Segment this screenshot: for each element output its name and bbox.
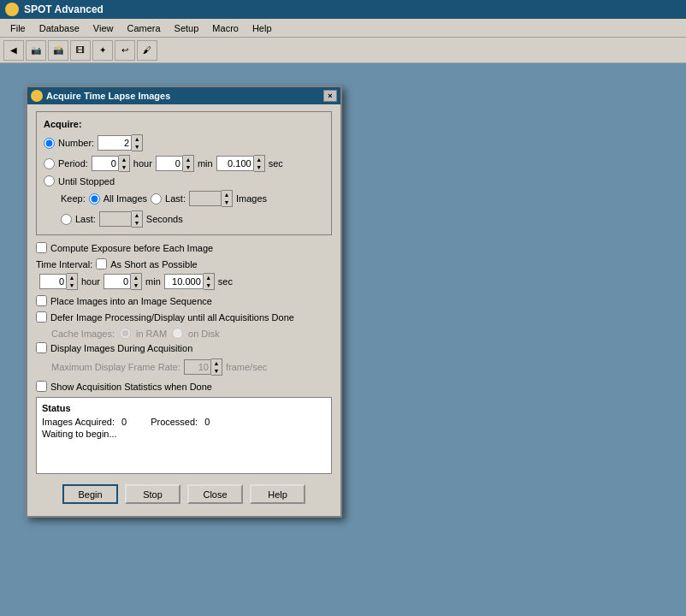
defer-label: Defer Image Processing/Display until all… xyxy=(50,312,294,323)
ti-sec-spin-up[interactable]: ▲ xyxy=(204,274,214,281)
as-short-checkbox[interactable] xyxy=(96,258,107,270)
help-button[interactable]: Help xyxy=(250,484,305,504)
all-images-radio[interactable] xyxy=(89,193,100,204)
display-images-checkbox[interactable] xyxy=(36,342,47,353)
button-row: Begin Stop Close Help xyxy=(36,481,332,509)
number-radio[interactable] xyxy=(44,138,55,149)
frame-rate-spin-down[interactable]: ▼ xyxy=(211,367,222,375)
toolbar-film-btn[interactable]: 🎞 xyxy=(70,40,91,61)
acquire-section: Acquire: Number: 2 ▲ ▼ Period: xyxy=(36,111,332,235)
period-min-input[interactable] xyxy=(156,156,183,171)
in-ram-label: in RAM xyxy=(136,329,167,339)
period-sec-spin-down[interactable]: ▼ xyxy=(254,163,264,171)
dialog-close-btn[interactable]: × xyxy=(323,90,337,102)
last-seconds-input[interactable] xyxy=(99,211,132,227)
last-seconds-spin-up[interactable]: ▲ xyxy=(132,211,142,219)
menu-macro[interactable]: Macro xyxy=(205,21,245,35)
waiting-text: Waiting to begin... xyxy=(42,429,326,439)
processed-label: Processed: xyxy=(151,417,198,427)
period-min-unit: min xyxy=(198,158,213,169)
toolbar-camera2-btn[interactable]: 📸 xyxy=(48,40,68,61)
status-title: Status xyxy=(42,403,326,413)
ti-min-spin-up[interactable]: ▲ xyxy=(131,274,141,281)
frame-rate-spin-up[interactable]: ▲ xyxy=(211,359,222,367)
last-images-spin-down[interactable]: ▼ xyxy=(222,198,232,206)
number-spin-up[interactable]: ▲ xyxy=(132,135,142,143)
compute-exposure-row: Compute Exposure before Each Image xyxy=(36,242,332,253)
until-stopped-label: Until Stopped xyxy=(58,176,115,187)
period-hr-spin-down[interactable]: ▼ xyxy=(119,163,129,171)
acquire-label: Acquire: xyxy=(44,119,324,129)
toolbar-paint-btn[interactable]: 🖌 xyxy=(137,40,157,61)
display-images-row: Display Images During Acquisition xyxy=(36,342,332,353)
period-hr-spin-up[interactable]: ▲ xyxy=(119,156,129,163)
show-stats-checkbox[interactable] xyxy=(36,381,47,392)
period-sec-input[interactable] xyxy=(216,156,254,171)
defer-processing-checkbox[interactable] xyxy=(36,311,47,323)
period-hr-input[interactable] xyxy=(92,156,119,171)
until-stopped-radio[interactable] xyxy=(44,175,55,187)
number-input[interactable]: 2 xyxy=(98,135,132,151)
in-ram-radio[interactable] xyxy=(120,328,131,339)
last-images-spin-up[interactable]: ▲ xyxy=(222,191,232,198)
period-min-spin-up[interactable]: ▲ xyxy=(183,156,193,163)
menu-file[interactable]: File xyxy=(3,21,33,35)
period-hr-spinner: ▲ ▼ xyxy=(92,155,130,172)
all-images-label: All Images xyxy=(103,193,147,204)
menu-help[interactable]: Help xyxy=(245,21,279,35)
toolbar-star-btn[interactable]: ✦ xyxy=(92,40,113,61)
ti-sec-spin-down[interactable]: ▼ xyxy=(204,281,214,289)
last-images-radio[interactable] xyxy=(151,193,162,204)
period-min-spinner: ▲ ▼ xyxy=(156,155,194,172)
ti-hr-unit: hour xyxy=(81,276,100,287)
ti-hr-spin-down[interactable]: ▼ xyxy=(67,281,77,289)
status-row: Images Acquired: 0 Processed: 0 xyxy=(42,417,326,427)
frame-rate-input[interactable] xyxy=(184,359,211,375)
seconds-label: Seconds xyxy=(146,214,183,224)
last-seconds-spin-down[interactable]: ▼ xyxy=(132,219,142,227)
period-min-spin-down[interactable]: ▼ xyxy=(183,163,193,171)
ti-sec-input[interactable] xyxy=(164,274,204,289)
stop-button[interactable]: Stop xyxy=(125,484,180,504)
last-seconds-radio[interactable] xyxy=(61,214,72,225)
period-radio[interactable] xyxy=(44,158,55,169)
place-images-checkbox[interactable] xyxy=(36,295,47,306)
compute-exposure-checkbox[interactable] xyxy=(36,242,47,253)
menu-camera[interactable]: Camera xyxy=(120,21,167,35)
period-sec-spin-up[interactable]: ▲ xyxy=(254,156,264,163)
as-short-label: As Short as Possible xyxy=(110,259,198,270)
toolbar-camera1-btn[interactable]: 📷 xyxy=(26,40,46,61)
ti-sec-spinner: ▲ ▼ xyxy=(164,273,215,290)
status-section: Status Images Acquired: 0 Processed: 0 W… xyxy=(36,397,332,474)
ti-hr-spin-up[interactable]: ▲ xyxy=(67,274,77,281)
dialog-title-left: Acquire Time Lapse Images xyxy=(31,90,170,102)
cache-label: Cache Images: xyxy=(51,329,115,339)
menu-setup[interactable]: Setup xyxy=(168,21,206,35)
ti-hr-input[interactable] xyxy=(39,274,67,289)
menu-view[interactable]: View xyxy=(86,21,121,35)
toolbar-back-btn[interactable]: ↩ xyxy=(115,40,135,61)
number-spinner: 2 ▲ ▼ xyxy=(98,134,143,151)
close-button[interactable]: Close xyxy=(187,484,243,504)
ti-min-input[interactable] xyxy=(103,274,131,289)
menu-database[interactable]: Database xyxy=(33,21,86,35)
period-hr-spin-buttons: ▲ ▼ xyxy=(119,155,130,172)
frame-rate-spinner: ▲ ▼ xyxy=(184,358,222,376)
images-acquired-label: Images Acquired: xyxy=(42,417,115,427)
toolbar-prev-btn[interactable]: ◀ xyxy=(3,40,24,61)
frame-rate-spin-buttons: ▲ ▼ xyxy=(211,358,222,376)
place-images-label: Place Images into an Image Sequence xyxy=(50,296,212,306)
number-option-row: Number: 2 ▲ ▼ xyxy=(44,134,324,151)
last-label1: Last: xyxy=(165,193,186,204)
display-label: Display Images During Acquisition xyxy=(50,343,192,353)
last-seconds-row: Last: ▲ ▼ Seconds xyxy=(61,210,324,228)
on-disk-radio[interactable] xyxy=(172,328,183,339)
ti-min-spin-down[interactable]: ▼ xyxy=(131,281,141,289)
last-images-input[interactable] xyxy=(189,191,222,206)
app-icon xyxy=(5,3,19,16)
keep-label: Keep: xyxy=(61,193,86,204)
on-disk-label: on Disk xyxy=(188,329,220,339)
number-spin-down[interactable]: ▼ xyxy=(132,143,142,151)
begin-button[interactable]: Begin xyxy=(62,484,118,504)
period-label: Period: xyxy=(58,158,88,169)
